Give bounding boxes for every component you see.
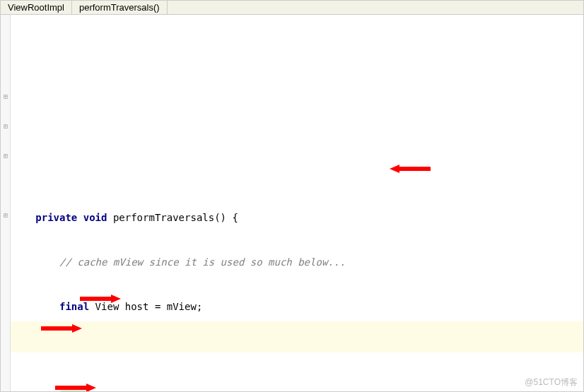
breadcrumb-class[interactable]: ViewRootImpl bbox=[1, 1, 72, 14]
method-signature: performTraversals() { bbox=[113, 212, 238, 223]
host-decl: host = mView; bbox=[125, 301, 203, 312]
arrow-icon bbox=[390, 133, 432, 204]
svg-marker-0 bbox=[390, 165, 431, 173]
breadcrumb-method[interactable]: performTraversals() bbox=[72, 1, 168, 14]
svg-marker-1 bbox=[80, 295, 121, 303]
arrow-icon bbox=[78, 263, 121, 334]
kw-void: void bbox=[83, 212, 107, 223]
fold-marker-icon[interactable]: ⊞ bbox=[1, 150, 11, 161]
code-editor[interactable]: ⊞ ⊞ ⊞ ⊞ private void performTraversals()… bbox=[1, 15, 583, 392]
breadcrumb: ViewRootImpl performTraversals() bbox=[1, 1, 583, 15]
gutter bbox=[1, 15, 11, 392]
fold-marker-icon[interactable]: ⊞ bbox=[1, 121, 11, 131]
svg-marker-2 bbox=[41, 324, 82, 333]
svg-marker-3 bbox=[55, 384, 96, 392]
watermark: @51CTO博客 bbox=[525, 376, 578, 388]
fold-marker-icon[interactable]: ⊞ bbox=[1, 91, 11, 102]
fold-marker-icon[interactable]: ⊞ bbox=[1, 210, 11, 220]
arrow-icon bbox=[54, 352, 96, 392]
kw-private: private bbox=[35, 212, 77, 223]
